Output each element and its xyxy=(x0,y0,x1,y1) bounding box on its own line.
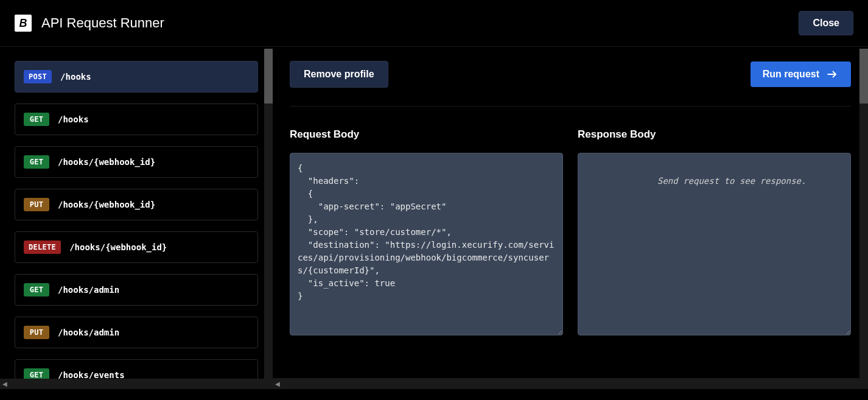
main-scrollbar[interactable] xyxy=(859,49,868,389)
endpoint-path: /hooks/events xyxy=(58,370,125,379)
method-badge: DELETE xyxy=(24,240,61,254)
run-request-label: Run request xyxy=(763,69,819,80)
endpoint-path: /hooks/admin xyxy=(58,285,119,295)
endpoint-item[interactable]: GET/hooks xyxy=(15,104,258,135)
endpoint-item[interactable]: POST/hooks xyxy=(15,61,258,93)
sidebar-h-scrollbar[interactable]: ◀▶ xyxy=(0,379,273,389)
endpoint-path: /hooks/{webhook_id} xyxy=(58,200,155,209)
sidebar-scrollbar[interactable] xyxy=(264,49,273,389)
main-panel: Remove profile Run request Request Body … xyxy=(273,49,868,378)
endpoint-item[interactable]: PUT/hooks/admin xyxy=(15,317,258,348)
endpoint-item[interactable]: GET/hooks/{webhook_id} xyxy=(15,146,258,178)
method-badge: PUT xyxy=(24,326,49,339)
response-body-title: Response Body xyxy=(578,128,851,141)
remove-profile-button[interactable]: Remove profile xyxy=(290,61,388,88)
method-badge: GET xyxy=(24,155,49,169)
toolbar: Remove profile Run request xyxy=(290,61,851,107)
logo-icon: B xyxy=(15,15,32,32)
close-button[interactable]: Close xyxy=(799,11,853,35)
method-badge: GET xyxy=(24,368,49,379)
method-badge: PUT xyxy=(24,198,49,211)
request-body-input[interactable]: { "headers": { "app-secret": "appSecret"… xyxy=(290,153,563,335)
main-h-scrollbar[interactable]: ◀▶ xyxy=(273,378,868,389)
endpoint-list: POST/hooksGET/hooksGET/hooks/{webhook_id… xyxy=(0,49,273,379)
endpoint-item[interactable]: GET/hooks/admin xyxy=(15,274,258,306)
page-title: API Request Runner xyxy=(41,15,164,31)
endpoint-path: /hooks xyxy=(60,72,91,82)
endpoint-item[interactable]: DELETE/hooks/{webhook_id} xyxy=(15,231,258,263)
endpoint-path: /hooks xyxy=(58,114,89,124)
endpoint-path: /hooks/admin xyxy=(58,328,119,337)
method-badge: POST xyxy=(24,70,52,83)
header: B API Request Runner Close xyxy=(0,0,868,47)
endpoint-path: /hooks/{webhook_id} xyxy=(58,157,155,167)
arrow-right-icon xyxy=(825,69,839,80)
request-body-title: Request Body xyxy=(290,128,563,141)
run-request-button[interactable]: Run request xyxy=(751,61,851,87)
response-body-output: Send request to see response. xyxy=(578,153,851,335)
method-badge: GET xyxy=(24,283,49,296)
endpoint-item[interactable]: GET/hooks/events xyxy=(15,359,258,379)
method-badge: GET xyxy=(24,113,49,126)
response-placeholder: Send request to see response. xyxy=(657,176,806,186)
endpoint-path: /hooks/{webhook_id} xyxy=(69,242,167,252)
endpoint-item[interactable]: PUT/hooks/{webhook_id} xyxy=(15,189,258,220)
